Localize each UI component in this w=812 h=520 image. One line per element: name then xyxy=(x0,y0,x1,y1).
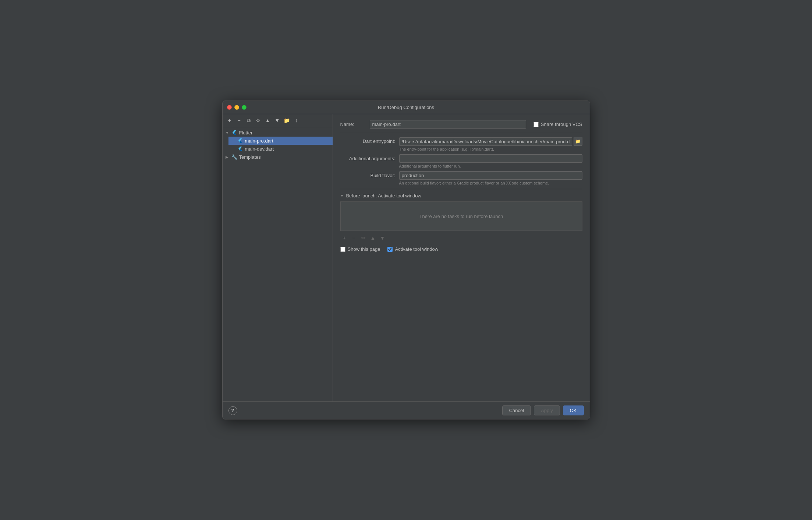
cancel-button[interactable]: Cancel xyxy=(502,405,531,415)
minimize-button[interactable] xyxy=(234,105,239,110)
dialog-footer: ? Cancel Apply OK xyxy=(223,401,590,419)
share-vcs-label[interactable]: Share through VCS xyxy=(541,122,582,127)
folder-browse-icon: 📁 xyxy=(575,139,581,144)
main-pro-dart-item[interactable]: main-pro.dart xyxy=(228,137,333,145)
before-launch-arrow: ▼ xyxy=(340,194,344,198)
tasks-remove-button[interactable]: − xyxy=(350,234,358,242)
add-config-button[interactable]: + xyxy=(226,116,234,124)
tasks-panel: There are no tasks to run before launch xyxy=(340,201,582,231)
sidebar: + − ⧉ ⚙ ▲ ▼ 📁 ↕ ▼ xyxy=(223,114,333,401)
dart-entrypoint-row: Dart entrypoint: 📁 The entry-point for t… xyxy=(340,137,582,151)
build-flavor-field: An optional build flavor; either a Gradl… xyxy=(399,171,582,185)
main-pro-dart-label: main-pro.dart xyxy=(245,138,273,144)
tasks-down-button[interactable]: ▼ xyxy=(379,234,387,242)
apply-button[interactable]: Apply xyxy=(534,405,560,415)
before-launch-title: Before launch: Activate tool window xyxy=(346,193,421,198)
divider-2 xyxy=(340,189,582,189)
main-dev-dart-label: main-dev.dart xyxy=(245,146,274,152)
show-page-checkbox[interactable] xyxy=(340,247,345,252)
share-vcs-container: Share through VCS xyxy=(533,122,582,127)
activate-window-checkbox[interactable] xyxy=(387,247,393,252)
footer-right: Cancel Apply OK xyxy=(502,405,584,415)
show-page-checkbox-label[interactable]: Show this page xyxy=(340,246,380,252)
main-dev-dart-icon xyxy=(237,146,243,152)
additional-args-row: Additional arguments: Additional argumen… xyxy=(340,154,582,168)
activate-window-label: Activate tool window xyxy=(395,246,438,252)
main-dev-dart-arrow xyxy=(231,147,237,151)
dart-entrypoint-label: Dart entrypoint: xyxy=(340,137,399,144)
name-row: Name: Share through VCS xyxy=(340,120,582,129)
traffic-lights xyxy=(227,105,247,110)
templates-group-arrow: ▶ xyxy=(226,155,231,159)
build-flavor-hint: An optional build flavor; either a Gradl… xyxy=(399,181,582,185)
flutter-group-arrow: ▼ xyxy=(226,131,231,135)
build-flavor-label: Build flavor: xyxy=(340,171,399,178)
tasks-edit-button[interactable]: ✏ xyxy=(359,234,368,242)
bottom-checkboxes: Show this page Activate tool window xyxy=(340,246,582,252)
dialog-title: Run/Debug Configurations xyxy=(378,105,434,110)
help-button[interactable]: ? xyxy=(228,406,237,415)
name-input-wrap xyxy=(370,120,526,129)
activate-window-checkbox-label[interactable]: Activate tool window xyxy=(387,246,438,252)
tasks-add-button[interactable]: + xyxy=(340,234,348,242)
dialog-body: + − ⧉ ⚙ ▲ ▼ 📁 ↕ ▼ xyxy=(223,114,590,401)
folder-button[interactable]: 📁 xyxy=(283,116,291,124)
flutter-group-icon xyxy=(231,130,237,136)
dart-entrypoint-field: 📁 The entry-point for the application (e… xyxy=(399,137,582,151)
name-label: Name: xyxy=(340,122,370,127)
ok-button[interactable]: OK xyxy=(563,405,584,415)
templates-group-label: Templates xyxy=(239,154,261,160)
tasks-toolbar: + − ✏ ▲ ▼ xyxy=(340,234,582,242)
config-form: Name: Share through VCS Dart entrypoint: xyxy=(333,114,590,401)
wrench-button[interactable]: ⚙ xyxy=(254,116,262,124)
dart-entrypoint-browse-button[interactable]: 📁 xyxy=(574,137,582,146)
additional-args-field: Additional arguments to flutter run. xyxy=(399,154,582,168)
dart-entrypoint-hint: The entry-point for the application (e.g… xyxy=(399,147,582,151)
before-launch-header[interactable]: ▼ Before launch: Activate tool window xyxy=(340,193,582,198)
move-down-button[interactable]: ▼ xyxy=(273,116,281,124)
move-up-button[interactable]: ▲ xyxy=(264,116,272,124)
flutter-tree-children: main-pro.dart main-dev.dart xyxy=(223,137,333,153)
main-panel: Name: Share through VCS Dart entrypoint: xyxy=(333,114,590,401)
name-input[interactable] xyxy=(370,120,526,129)
copy-config-button[interactable]: ⧉ xyxy=(245,116,253,124)
build-flavor-row: Build flavor: An optional build flavor; … xyxy=(340,171,582,185)
sidebar-toolbar: + − ⧉ ⚙ ▲ ▼ 📁 ↕ xyxy=(223,114,333,127)
close-button[interactable] xyxy=(227,105,232,110)
additional-args-label: Additional arguments: xyxy=(340,154,399,161)
maximize-button[interactable] xyxy=(242,105,247,110)
main-pro-dart-icon xyxy=(237,138,243,144)
additional-args-hint: Additional arguments to flutter run. xyxy=(399,164,582,168)
share-vcs-checkbox[interactable] xyxy=(533,122,539,127)
divider-1 xyxy=(340,133,582,133)
footer-left: ? xyxy=(228,406,237,415)
main-dev-dart-item[interactable]: main-dev.dart xyxy=(228,145,333,153)
run-debug-dialog: Run/Debug Configurations + − ⧉ ⚙ ▲ ▼ 📁 ↕… xyxy=(222,101,590,419)
tasks-up-button[interactable]: ▲ xyxy=(369,234,377,242)
dart-entrypoint-input[interactable] xyxy=(399,137,572,146)
sort-button[interactable]: ↕ xyxy=(292,116,301,124)
main-pro-dart-arrow xyxy=(231,139,237,143)
remove-config-button[interactable]: − xyxy=(235,116,243,124)
flutter-group-item[interactable]: ▼ Flutter xyxy=(223,129,333,137)
title-bar: Run/Debug Configurations xyxy=(223,101,590,114)
show-page-label: Show this page xyxy=(348,246,380,252)
before-launch-section: ▼ Before launch: Activate tool window Th… xyxy=(340,193,582,252)
dart-entrypoint-input-group: 📁 xyxy=(399,137,582,146)
templates-group-icon: 🔧 xyxy=(231,154,237,160)
flutter-group-label: Flutter xyxy=(239,130,253,136)
build-flavor-input[interactable] xyxy=(399,171,582,180)
sidebar-tree: ▼ Flutter xyxy=(223,127,333,401)
templates-group-item[interactable]: ▶ 🔧 Templates xyxy=(223,153,333,161)
additional-args-input[interactable] xyxy=(399,154,582,163)
tasks-empty-text: There are no tasks to run before launch xyxy=(419,214,503,219)
